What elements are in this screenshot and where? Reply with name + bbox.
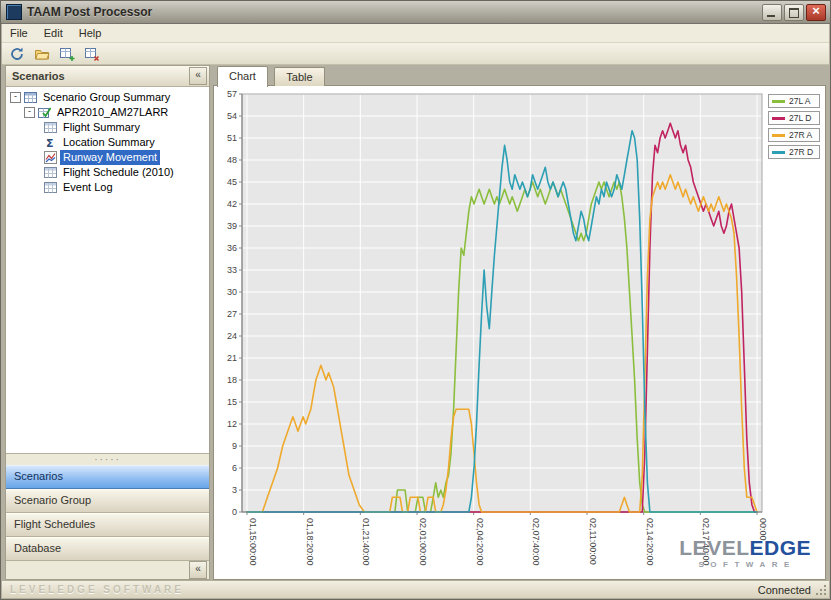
tree-item-apr2010-am27larr[interactable]: -APR2010_AM27LARR: [6, 105, 209, 120]
tab-table[interactable]: Table: [274, 67, 324, 86]
tab-strip: Chart Table: [213, 65, 826, 86]
svg-text:39: 39: [227, 221, 237, 231]
refresh-icon[interactable]: [7, 44, 26, 63]
grid-close-icon[interactable]: [82, 44, 101, 63]
svg-text:3: 3: [232, 485, 237, 495]
resize-grip[interactable]: [815, 584, 827, 596]
nav-button-database[interactable]: Database: [6, 537, 209, 561]
scenario-tree: -Scenario Group Summary-APR2010_AM27LARR…: [6, 87, 209, 454]
legend-label: 27L D: [789, 113, 811, 123]
menu-file[interactable]: File: [2, 25, 36, 41]
tree-item-runway-movement[interactable]: Runway Movement: [6, 150, 209, 165]
svg-text:01,18:20:00: 01,18:20:00: [305, 518, 315, 566]
chart-icon: [44, 151, 57, 164]
tree-item-event-log[interactable]: Event Log: [6, 180, 209, 195]
menu-help[interactable]: Help: [71, 25, 110, 41]
svg-text:Σ: Σ: [46, 137, 54, 149]
statusbar-brand: LEVELEDGE SOFTWARE: [2, 584, 184, 595]
chart-area: 03691215182124273033363942454851545701,1…: [214, 86, 825, 579]
svg-text:42: 42: [227, 199, 237, 209]
legend-item-27l-a: 27L A: [768, 94, 820, 108]
table-icon: [44, 166, 57, 179]
legend-item-27r-d: 27R D: [768, 145, 820, 159]
sidebar-header: Scenarios «: [6, 66, 209, 87]
svg-text:9: 9: [232, 441, 237, 451]
svg-text:02,14:20:00: 02,14:20:00: [645, 518, 655, 566]
sidebar-title: Scenarios: [6, 70, 65, 82]
watermark-level: LEVEL: [679, 536, 749, 559]
tree-item-label: Event Log: [60, 180, 116, 195]
panel-splitter[interactable]: ·····: [6, 454, 209, 465]
legend-item-27l-d: 27L D: [768, 111, 820, 125]
window-title: TAAM Post Processor: [27, 5, 152, 19]
app-window: TAAM Post Processor FileEditHelp Scenari…: [0, 0, 831, 600]
tree-expander-icon[interactable]: -: [10, 92, 21, 103]
legend-line-swatch: [772, 134, 785, 137]
tree-item-label: Runway Movement: [60, 150, 160, 165]
sidebar-nav-stack: ScenariosScenario GroupFlight SchedulesD…: [6, 465, 209, 561]
status-bar: LEVELEDGE SOFTWARE Connected: [2, 580, 829, 598]
watermark-software: SOFTWARE: [679, 561, 811, 569]
legend-label: 27L A: [789, 96, 810, 106]
maximize-button[interactable]: [784, 4, 804, 21]
tree-item-flight-summary[interactable]: Flight Summary: [6, 120, 209, 135]
chart-legend: 27L A27L D27R A27R D: [768, 94, 820, 159]
nav-button-flight-schedules[interactable]: Flight Schedules: [6, 513, 209, 537]
svg-text:02,04:20:00: 02,04:20:00: [475, 518, 485, 566]
svg-text:21: 21: [227, 353, 237, 363]
menu-edit[interactable]: Edit: [36, 25, 71, 41]
tree-item-location-summary[interactable]: ΣLocation Summary: [6, 135, 209, 150]
menu-bar: FileEditHelp: [2, 24, 829, 43]
svg-text:30: 30: [227, 287, 237, 297]
svg-text:15: 15: [227, 397, 237, 407]
svg-text:48: 48: [227, 155, 237, 165]
tab-chart[interactable]: Chart: [217, 66, 268, 87]
svg-text:54: 54: [227, 111, 237, 121]
svg-text:0: 0: [232, 507, 237, 517]
toolbar: [2, 43, 829, 65]
nav-button-scenario-group[interactable]: Scenario Group: [6, 489, 209, 513]
check-grid-icon: [38, 106, 51, 119]
svg-text:6: 6: [232, 463, 237, 473]
nav-button-scenarios[interactable]: Scenarios: [6, 465, 209, 489]
close-button[interactable]: [806, 4, 826, 21]
svg-text:24: 24: [227, 331, 237, 341]
svg-text:02,11:00:00: 02,11:00:00: [588, 518, 598, 565]
table-icon: [44, 181, 57, 194]
tree-item-label: APR2010_AM27LARR: [54, 105, 171, 120]
tree-item-label: Location Summary: [60, 135, 158, 150]
svg-text:45: 45: [227, 177, 237, 187]
sidebar-panel: Scenarios « -Scenario Group Summary-APR2…: [5, 65, 210, 580]
tree-item-label: Flight Summary: [60, 120, 143, 135]
tree-item-scenario-group-summary[interactable]: -Scenario Group Summary: [6, 90, 209, 105]
main-panel: Chart Table 0369121518212427303336394245…: [213, 65, 826, 580]
tree-item-label: Flight Schedule (2010): [60, 165, 177, 180]
svg-text:01,21:40:00: 01,21:40:00: [361, 518, 371, 566]
tree-expander-icon[interactable]: -: [24, 107, 35, 118]
title-bar[interactable]: TAAM Post Processor: [1, 1, 830, 24]
leveledge-watermark: LEVELEDGE SOFTWARE: [679, 537, 811, 569]
sigma-icon: Σ: [44, 136, 57, 149]
grid-icon: [24, 91, 37, 104]
legend-label: 27R D: [789, 147, 813, 157]
svg-text:02,07:40:00: 02,07:40:00: [531, 518, 541, 566]
runway-movement-chart[interactable]: 03691215182124273033363942454851545701,1…: [216, 88, 768, 580]
minimize-button[interactable]: [762, 4, 782, 21]
app-icon: [6, 4, 22, 20]
legend-line-swatch: [772, 151, 785, 154]
svg-text:12: 12: [227, 419, 237, 429]
svg-text:01,15:00:00: 01,15:00:00: [248, 518, 258, 566]
svg-text:33: 33: [227, 265, 237, 275]
svg-text:02,01:00:00: 02,01:00:00: [418, 518, 428, 566]
svg-text:27: 27: [227, 309, 237, 319]
legend-line-swatch: [772, 100, 785, 103]
sidebar-collapse-icon[interactable]: «: [189, 67, 207, 85]
sidebar-bottom-collapse-icon[interactable]: «: [189, 561, 207, 579]
legend-item-27r-a: 27R A: [768, 128, 820, 142]
legend-line-swatch: [772, 117, 785, 120]
grid-add-icon[interactable]: [57, 44, 76, 63]
svg-text:18: 18: [227, 375, 237, 385]
tree-item-flight-schedule-2010[interactable]: Flight Schedule (2010): [6, 165, 209, 180]
open-folder-icon[interactable]: [32, 44, 51, 63]
table-icon: [44, 121, 57, 134]
